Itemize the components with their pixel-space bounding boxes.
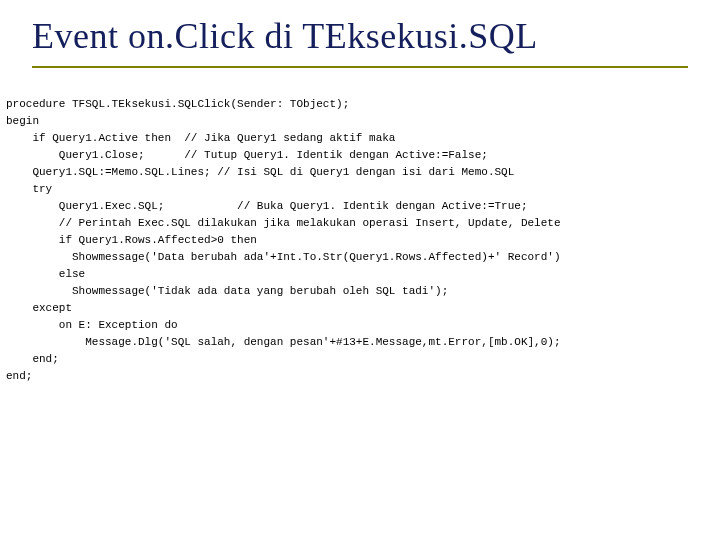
code-block: procedure TFSQL.TEksekusi.SQLClick(Sende… [6,96,708,385]
slide-title: Event on.Click di TEksekusi.SQL [32,18,688,56]
slide: Event on.Click di TEksekusi.SQL procedur… [0,0,720,540]
title-wrap: Event on.Click di TEksekusi.SQL [12,18,708,68]
title-underline [32,66,688,68]
